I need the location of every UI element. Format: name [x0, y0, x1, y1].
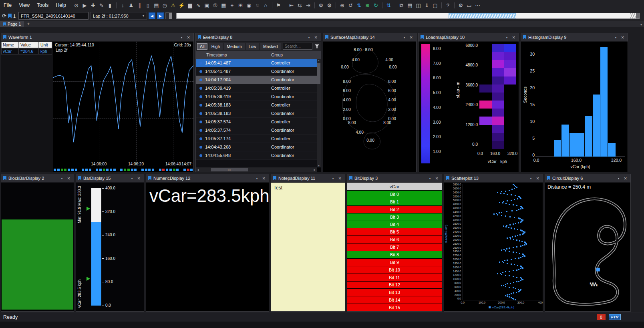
event-row[interactable]: 14:04:55.648Coordinator	[196, 151, 317, 160]
skip-both-icon[interactable]: ⇆	[296, 2, 304, 8]
home-icon[interactable]: ⌂	[262, 2, 270, 8]
pit-flag-icon[interactable]: ⚑	[275, 2, 282, 8]
event-row[interactable]: 14:05:37.574Controller	[196, 118, 317, 126]
panel-close-icon[interactable]: ✕	[623, 176, 628, 181]
notepad-content[interactable]: Test	[271, 183, 345, 311]
panel-close-icon[interactable]: ✕	[136, 176, 142, 181]
cursor-bars-icon[interactable]: ▮	[106, 2, 114, 8]
skip-forward-icon[interactable]: ⇥	[304, 2, 312, 8]
filter-all[interactable]: All	[197, 43, 207, 50]
panel-close-icon[interactable]: ✕	[66, 176, 72, 181]
event-row[interactable]: 14:04:43.268Coordinator	[196, 143, 317, 151]
menu-help[interactable]: Help	[52, 0, 70, 11]
waveform-plot[interactable]	[53, 42, 193, 161]
help-icon[interactable]: ?	[444, 2, 452, 8]
library-icon[interactable]: ▤	[406, 2, 414, 8]
zoom-in-icon[interactable]: ⊕	[338, 2, 346, 8]
filter-medium[interactable]: Medium	[224, 43, 244, 50]
panel-close-icon[interactable]: ✕	[535, 176, 541, 181]
panel-menu-icon[interactable]: ▾	[130, 177, 134, 180]
session-timeline[interactable]	[176, 13, 640, 19]
prev-lap-button[interactable]: ◀	[149, 12, 155, 19]
wave-icon[interactable]: ∿	[195, 2, 202, 8]
waveform-ribbon[interactable]	[53, 167, 193, 172]
stack-icon[interactable]: ▤	[153, 2, 160, 8]
timeline-selection[interactable]	[449, 13, 516, 18]
settings-a-icon[interactable]: ⚙	[317, 2, 325, 8]
panel-close-icon[interactable]: ✕	[511, 35, 517, 40]
panel-close-icon[interactable]: ✕	[261, 176, 267, 181]
panel-menu-icon[interactable]: ▾	[402, 36, 407, 39]
menu-file[interactable]: File	[0, 0, 15, 11]
event-table-header[interactable]: Timestamp Group	[196, 51, 321, 59]
panel-menu-icon[interactable]: ▾	[307, 36, 311, 39]
panel-close-icon[interactable]: ✕	[434, 176, 440, 181]
record-icon[interactable]: ◉	[245, 2, 253, 8]
histogram-icon[interactable]: ▆	[186, 2, 194, 8]
scatter-plot[interactable]	[463, 184, 540, 300]
session-id-input[interactable]	[18, 12, 89, 20]
alarm-icon[interactable]: ⚠	[169, 2, 177, 8]
column-timestamp[interactable]: Timestamp	[196, 52, 271, 57]
event-row[interactable]: 14:05:41.487Coordinator	[196, 67, 317, 76]
error-count-badge[interactable]: 0	[597, 314, 606, 320]
panel-menu-icon[interactable]: ▾	[428, 177, 432, 180]
panel-menu-icon[interactable]: ▾	[60, 177, 64, 180]
panel-menu-icon[interactable]: ▾	[255, 177, 259, 180]
panel-menu-icon[interactable]: ▾	[505, 36, 509, 39]
panel-close-icon[interactable]: ✕	[186, 35, 191, 40]
horizontal-scrollbar[interactable]: ◀ ||| ▶	[196, 167, 317, 172]
lap-selector[interactable]: Lap 2f : 01:27.950 ▾	[90, 12, 147, 20]
event-row[interactable]: 14:05:39.419Coordinator	[196, 93, 317, 101]
panel-header[interactable]: Scatterplot 13 ▾ ✕	[444, 174, 543, 183]
scrollbar-thumb[interactable]	[317, 63, 320, 84]
panel-header[interactable]: SurfaceMapDisplay 14 ▾ ✕	[323, 33, 416, 42]
menu-tools[interactable]: Tools	[33, 0, 52, 11]
clipboard-icon[interactable]: ▣	[203, 2, 211, 8]
driver-icon[interactable]: ♟	[127, 2, 135, 8]
panel-header[interactable]: BarDisplay 15 ▾ ✕	[76, 174, 144, 183]
event-row[interactable]: 14:05:38.183Controller	[196, 101, 317, 109]
more-icon[interactable]: ⋯	[474, 2, 481, 8]
panel-header[interactable]: NotepadDisplay 11 ▾ ✕	[271, 174, 345, 183]
vertical-scrollbar[interactable]: ▲ ▼	[317, 59, 321, 167]
panel-header[interactable]: EventDisplay 8 ▾ ✕	[196, 33, 321, 42]
filter-low[interactable]: Low	[246, 43, 259, 50]
event-row[interactable]: 14:05:39.419Controller	[196, 84, 317, 93]
panel-header[interactable]: BitDisplay 3 ▾ ✕	[347, 174, 442, 183]
panel-menu-icon[interactable]: ▾	[617, 177, 621, 180]
candlestick-icon[interactable]: ∥	[136, 2, 143, 8]
signal-icon[interactable]: ≈	[254, 2, 261, 8]
swap-icon[interactable]: ⇅	[385, 2, 392, 8]
panel-menu-icon[interactable]: ▾	[331, 177, 335, 180]
tab-overflow-icon[interactable]: ▾	[640, 23, 642, 26]
panel-header[interactable]: BlockBarDisplay 2 ▾ ✕	[1, 174, 74, 183]
panel-header[interactable]: CircuitDisplay 6 ▾ ✕	[545, 174, 630, 183]
table-icon[interactable]: ⊞	[237, 2, 244, 8]
pen-icon[interactable]: ✎	[98, 2, 105, 8]
import-icon[interactable]: ↓	[119, 2, 127, 8]
tab-page-1[interactable]: Page 1	[0, 21, 24, 27]
filter-funnel-icon[interactable]	[314, 44, 320, 49]
scroll-left-icon[interactable]: ◀	[197, 168, 199, 171]
event-row[interactable]: 14:05:38.183Coordinator	[196, 109, 317, 118]
pointer-icon[interactable]: ▶	[81, 2, 89, 8]
add-page-button[interactable]: +	[24, 21, 32, 27]
panel-close-icon[interactable]: ✕	[313, 35, 319, 40]
event-row[interactable]: 14:05:41.487Controller	[196, 59, 317, 67]
event-row[interactable]: 14:04:17.904Coordinator	[196, 76, 317, 84]
waveform-chart[interactable]: Cursor: 14:05:44.110 Grid: 20s Lap 2f 14…	[53, 42, 193, 172]
scrollbar-thumb[interactable]: |||	[211, 168, 248, 171]
panel-header[interactable]: Waveform 1 ▾ ✕	[1, 33, 193, 42]
panel-header[interactable]: LoadmapDisplay 10 ▾ ✕	[419, 33, 519, 42]
flash-icon[interactable]: ⚡	[178, 2, 185, 8]
scroll-up-icon[interactable]: ▲	[317, 59, 321, 62]
panel-close-icon[interactable]: ✕	[409, 35, 414, 40]
panel-header[interactable]: HistogramDisplay 9 ▾ ✕	[521, 33, 628, 42]
gear-icon[interactable]: ⚙	[457, 2, 465, 8]
panel-close-icon[interactable]: ✕	[337, 176, 343, 181]
panel-menu-icon[interactable]: ▾	[614, 36, 618, 39]
numeric-icon[interactable]: ①	[211, 2, 219, 8]
filter-high[interactable]: High	[209, 43, 223, 50]
mute-icon[interactable]: ⊘	[72, 2, 80, 8]
